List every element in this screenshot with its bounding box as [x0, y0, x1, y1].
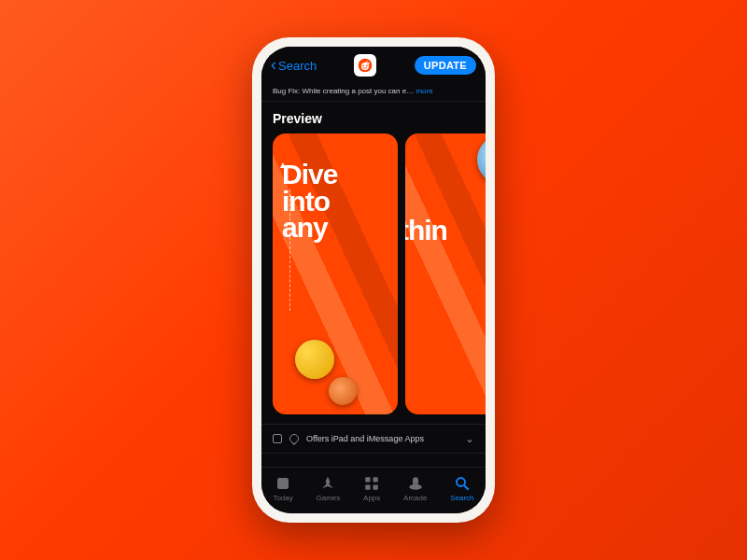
- tab-label: Games: [317, 494, 341, 502]
- apps-icon: [363, 475, 380, 492]
- tab-label: Today: [273, 494, 292, 502]
- screen: ‹ Search UPDATE Bug Fix: While c: [261, 47, 486, 513]
- card-2-headline: thin: [405, 217, 486, 245]
- tab-games[interactable]: Games: [317, 475, 341, 502]
- release-notes-line[interactable]: Bug Fix: While creating a post you can e…: [261, 84, 486, 102]
- svg-rect-8: [365, 485, 370, 490]
- stripe-decor: [405, 133, 486, 414]
- preview-heading: Preview: [261, 102, 486, 133]
- phone-frame: ‹ Search UPDATE Bug Fix: While c: [252, 37, 495, 523]
- navbar: ‹ Search UPDATE: [261, 47, 486, 84]
- svg-rect-6: [365, 477, 370, 482]
- release-notes-text: Bug Fix: While creating a post you can e…: [273, 87, 414, 95]
- svg-rect-9: [374, 485, 378, 490]
- reddit-icon: [358, 58, 373, 73]
- svg-rect-7: [374, 477, 378, 482]
- imessage-icon: [289, 434, 299, 443]
- tab-bar: Today Games Apps Arcade Search: [261, 467, 486, 513]
- arcade-icon: [407, 475, 424, 492]
- svg-point-1: [361, 63, 369, 70]
- tab-search[interactable]: Search: [450, 475, 473, 502]
- svg-point-3: [366, 64, 368, 66]
- preview-card-2[interactable]: thin r/: [405, 133, 486, 414]
- svg-rect-5: [277, 478, 289, 489]
- tab-arcade[interactable]: Arcade: [403, 475, 427, 502]
- games-icon: [319, 475, 336, 492]
- svg-point-2: [363, 64, 365, 66]
- tab-label: Apps: [363, 494, 380, 502]
- back-button[interactable]: ‹ Search: [271, 58, 317, 73]
- avatar-bubble: [329, 377, 357, 405]
- tab-label: Arcade: [403, 494, 427, 502]
- preview-card-1[interactable]: ▲ Dive into any: [273, 133, 398, 414]
- svg-point-10: [409, 484, 422, 490]
- back-label: Search: [278, 59, 317, 73]
- avatar-bubble: [295, 340, 334, 379]
- update-button[interactable]: UPDATE: [415, 56, 476, 75]
- update-label: UPDATE: [424, 60, 467, 71]
- svg-point-4: [368, 63, 370, 64]
- svg-point-11: [457, 478, 465, 486]
- section-fade: [261, 454, 486, 467]
- tab-label: Search: [450, 494, 473, 502]
- ipad-icon: [273, 434, 282, 443]
- tab-apps[interactable]: Apps: [363, 475, 380, 502]
- chevron-left-icon: ‹: [271, 56, 276, 73]
- offers-text: Offers iPad and iMessage Apps: [306, 434, 424, 443]
- today-icon: [275, 475, 291, 492]
- tab-today[interactable]: Today: [273, 475, 292, 502]
- card-1-headline: Dive into any: [282, 161, 394, 242]
- offers-row[interactable]: Offers iPad and iMessage Apps ⌄: [261, 424, 486, 454]
- more-link[interactable]: more: [416, 87, 432, 95]
- app-icon[interactable]: [354, 54, 376, 77]
- search-icon: [454, 475, 471, 492]
- chevron-down-icon: ⌄: [465, 432, 474, 445]
- svg-line-12: [464, 485, 469, 490]
- preview-carousel[interactable]: ▲ Dive into any thin r/: [261, 133, 486, 424]
